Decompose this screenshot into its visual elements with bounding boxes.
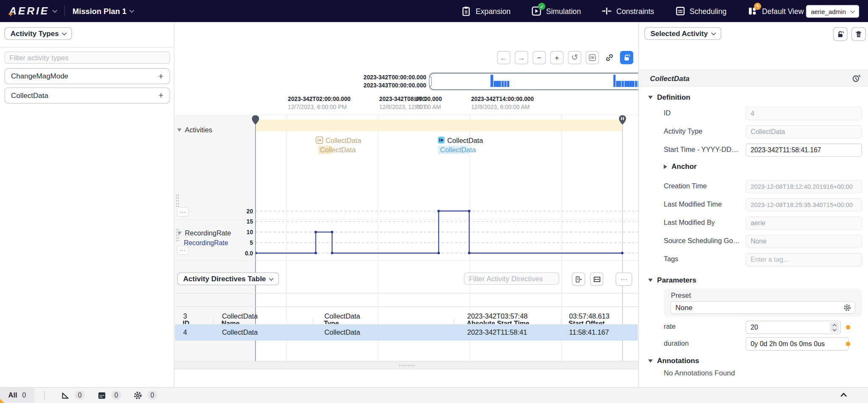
nav-default-view[interactable]: ✎ Default View <box>748 6 804 16</box>
activity-span-label[interactable]: CollectData <box>440 146 476 154</box>
top-navbar: AERIE ✦ Mission Plan 1 Expansion ✓ Simul… <box>0 0 868 22</box>
directive-visibility-toggle[interactable] <box>586 51 599 64</box>
minimap-bar <box>632 81 635 87</box>
status-simulation-counter[interactable]: 0 <box>134 390 157 400</box>
delete-activity-button[interactable] <box>851 27 866 41</box>
directive-label[interactable]: CollectData <box>447 137 483 144</box>
field-label-start-time: Start Time - YYYY-DDDT... <box>664 146 742 153</box>
nav-simulation[interactable]: ✓ Simulation <box>532 6 581 16</box>
plan-chevron-down-icon[interactable] <box>130 8 134 13</box>
selected-activity-header: CollectData <box>639 70 868 86</box>
param-label-rate: rate <box>664 323 675 330</box>
preset-select[interactable]: None <box>670 301 855 314</box>
recording-rate-plot[interactable] <box>256 206 638 258</box>
section-anchor[interactable]: Anchor <box>664 162 697 171</box>
preset-label: Preset <box>671 292 691 299</box>
activities-row-header[interactable]: Activities <box>177 126 212 134</box>
timeline-pan-right-button[interactable]: → <box>515 51 528 64</box>
splitter-drag-handle[interactable] <box>399 364 415 367</box>
plan-end-pin-icon[interactable] <box>619 115 626 125</box>
tags-input[interactable]: Enter a tag... <box>745 253 862 266</box>
panel-selector-selected-activity[interactable]: Selected Activity <box>645 27 721 40</box>
table-row-selected[interactable]: 4 CollectData CollectData 2023-342T11:58… <box>175 325 638 341</box>
minimap-bar <box>619 81 622 87</box>
minimap-bar <box>507 81 509 87</box>
logo-chevron-down-icon[interactable] <box>53 8 57 13</box>
row-drag-handle[interactable] <box>176 194 179 207</box>
table-menu-button[interactable]: ··· <box>616 272 632 285</box>
filter-activity-types-input[interactable] <box>4 51 170 64</box>
timeline-unlock-button[interactable] <box>620 51 633 64</box>
param-input-duration[interactable]: 0y 0d 2h 0m 0s 0ms 0us <box>745 337 848 350</box>
activity-span-label[interactable]: CollectData <box>320 146 356 154</box>
y-axis-tick-label: 0.0 <box>245 250 253 257</box>
timeline-reset-button[interactable]: ↺ <box>568 51 581 64</box>
add-activity-icon[interactable]: + <box>159 71 163 81</box>
navbar-menu: Expansion ✓ Simulation Constraints Sc <box>461 6 804 16</box>
collapse-icon[interactable] <box>648 95 653 99</box>
collapse-icon[interactable] <box>648 278 653 282</box>
rate-stepper[interactable] <box>830 322 839 332</box>
plan-start-pin-icon[interactable] <box>252 115 259 125</box>
plan-name[interactable]: Mission Plan 1 <box>73 7 126 16</box>
nav-scheduling[interactable]: Scheduling <box>675 6 726 16</box>
counter-value: 0 <box>111 390 121 400</box>
field-input-start-time[interactable]: 2023-342T11:58:41.167 <box>745 143 862 157</box>
minimap-left-handle[interactable] <box>429 76 432 86</box>
filter-activity-directives-input[interactable] <box>464 272 559 285</box>
panel-splitter[interactable] <box>174 361 638 369</box>
collapse-icon[interactable] <box>177 129 181 132</box>
fit-columns-button[interactable] <box>590 272 603 285</box>
cell-absolute-start-time: 2023-342T03:57:48 <box>467 312 527 320</box>
panel-selector-activity-types[interactable]: Activity Types <box>4 27 72 40</box>
directive-icon-collectdata-3[interactable] <box>315 136 323 144</box>
panel-selector-directives-table[interactable]: Activity Directives Table <box>177 272 279 285</box>
timeline-zoom-in-button[interactable]: + <box>550 51 564 64</box>
y-axis-tick-label: 10 <box>246 229 253 235</box>
activity-history-icon[interactable] <box>852 74 861 85</box>
y-axis-tick-label: 20 <box>246 208 253 215</box>
link-timelines-button[interactable] <box>603 51 616 64</box>
navbar-divider <box>64 6 65 17</box>
field-input-last-modified-by: aerie <box>745 216 862 229</box>
minimap-bar <box>630 81 632 87</box>
activity-type-collectdata[interactable]: CollectData + <box>4 87 170 104</box>
preset-gear-icon[interactable] <box>843 303 851 313</box>
panel-divider <box>0 47 174 48</box>
timeline-zoom-out-button[interactable]: − <box>533 51 546 64</box>
table-row[interactable]: 3 CollectData CollectData 2023-342T03:57… <box>175 308 638 325</box>
minimap-bar <box>627 81 629 87</box>
view-layout-icon: ✎ <box>748 6 757 16</box>
selected-activity-title: CollectData <box>650 74 689 83</box>
preset-box: Preset None <box>664 288 862 317</box>
axis-tick-pst: 12/8/2023, 6:00:00 AM <box>471 104 530 110</box>
directive-icon-collectdata-4[interactable] <box>437 136 445 144</box>
section-parameters[interactable]: Parameters <box>648 276 696 284</box>
all-count: 0 <box>22 392 26 399</box>
activity-unlock-button[interactable] <box>833 27 848 41</box>
status-scheduling-counter[interactable]: 0 <box>98 390 121 400</box>
nav-constraints[interactable]: Constraints <box>602 6 654 16</box>
aerie-logo-spark-icon: ✦ <box>8 11 15 18</box>
cell-id: 4 <box>183 328 187 336</box>
timeline-pan-left-button[interactable]: ← <box>497 51 510 64</box>
collapse-icon[interactable] <box>648 359 653 363</box>
expand-icon[interactable] <box>664 164 667 168</box>
counter-value: 0 <box>147 390 157 400</box>
nav-expansion[interactable]: Expansion <box>461 6 511 16</box>
minimap-bar <box>494 81 496 87</box>
param-input-rate[interactable]: 20 <box>745 321 841 334</box>
aerie-logo[interactable]: AERIE ✦ <box>9 5 49 17</box>
activity-type-changemagmode[interactable]: ChangeMagMode + <box>4 68 170 84</box>
add-activity-icon[interactable]: + <box>159 91 163 100</box>
table-dock-button[interactable] <box>572 272 585 285</box>
section-annotations[interactable]: Annotations <box>648 357 699 365</box>
simulation-extent-band <box>256 120 622 131</box>
status-constraints-counter[interactable]: 0 <box>61 390 85 400</box>
directive-label[interactable]: CollectData <box>326 137 361 144</box>
status-filter-all[interactable]: All 0 <box>0 388 34 403</box>
field-label-tags: Tags <box>664 255 678 263</box>
user-menu-select[interactable]: aerie_admin <box>806 5 859 18</box>
collapse-console-chevron-icon[interactable] <box>840 393 847 399</box>
section-definition[interactable]: Definition <box>648 93 690 101</box>
